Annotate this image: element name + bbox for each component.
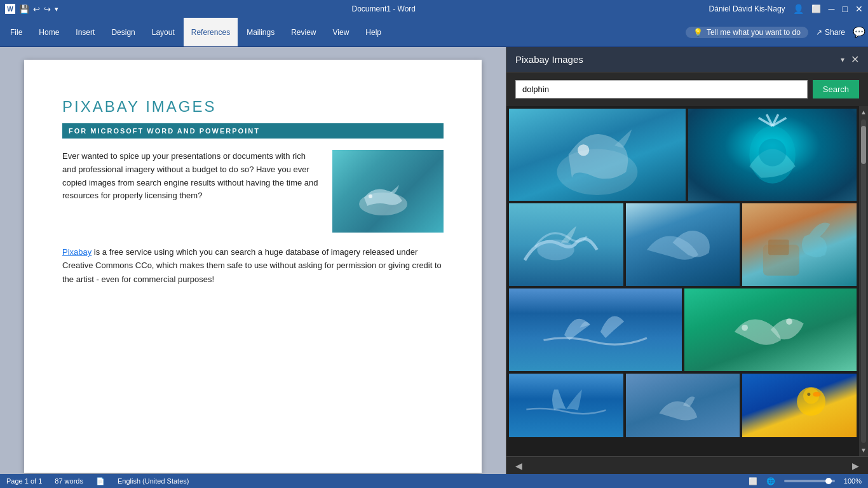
panel-nav-left[interactable]: ◀	[512, 461, 526, 471]
tab-layout[interactable]: Layout	[144, 18, 182, 46]
quick-save[interactable]: 💾	[19, 4, 29, 14]
dolphin-image-1[interactable]	[509, 109, 686, 201]
dolphin-image-8[interactable]	[509, 374, 623, 437]
ribbon-toggle-icon[interactable]: ⬜	[811, 4, 821, 13]
image-row-2	[509, 203, 857, 286]
panel-search-bar: Search	[506, 72, 868, 106]
close-icon[interactable]: ✕	[855, 4, 863, 14]
panel-nav-right[interactable]: ▶	[848, 461, 863, 471]
share-button[interactable]: ↗ Share	[816, 28, 845, 37]
panel-title: Pixabay Images	[515, 54, 583, 65]
ribbon-tabs: File Home Insert Design Layout Reference…	[3, 18, 389, 46]
word-count: 87 words	[55, 477, 83, 485]
tab-review[interactable]: Review	[283, 18, 323, 46]
panel-search-input[interactable]	[515, 80, 808, 98]
svg-rect-12	[768, 240, 789, 255]
image-row-4	[509, 374, 857, 437]
svg-point-13	[742, 325, 748, 331]
dolphin-img-svg-6	[509, 288, 682, 371]
doc-text-block: Ever wanted to spice up your presentatio…	[62, 150, 320, 233]
view-normal-icon[interactable]: ⬜	[749, 477, 757, 485]
view-web-icon[interactable]: 🌐	[766, 477, 775, 485]
doc-content-row: Ever wanted to spice up your presentatio…	[62, 150, 444, 233]
dolphin-image-9[interactable]	[626, 374, 740, 437]
doc-inline-image	[332, 150, 444, 233]
image-row-1	[509, 109, 857, 201]
panel-images-section: ▲ ▼	[506, 106, 868, 456]
dolphin-image-7[interactable]	[684, 288, 857, 371]
image-row-3	[509, 288, 857, 371]
doc-icon[interactable]: 📄	[96, 477, 105, 485]
svg-point-5	[759, 139, 787, 166]
dolphin-image-2[interactable]	[688, 109, 857, 201]
document-area: PIXABAY IMAGES FOR MICROSOFT WORD AND PO…	[0, 47, 506, 474]
dolphin-img-svg-9	[626, 374, 740, 437]
tell-me-input[interactable]: 💡 Tell me what you want to do	[686, 27, 808, 38]
document-page: PIXABAY IMAGES FOR MICROSOFT WORD AND PO…	[24, 60, 482, 473]
tab-insert[interactable]: Insert	[68, 18, 102, 46]
tab-references[interactable]: References	[184, 18, 238, 46]
panel-images-area[interactable]	[506, 106, 859, 456]
svg-point-3	[578, 144, 589, 156]
tab-file[interactable]: File	[3, 18, 30, 46]
tab-help[interactable]: Help	[358, 18, 389, 46]
tab-design[interactable]: Design	[104, 18, 142, 46]
tab-home[interactable]: Home	[31, 18, 67, 46]
minimize-icon[interactable]: ─	[829, 4, 835, 14]
dolphin-img-svg-2	[688, 109, 857, 201]
comment-icon[interactable]: 💬	[853, 26, 865, 38]
dolphin-img-svg-8	[509, 374, 623, 437]
tell-me-text: Tell me what you want to do	[707, 28, 801, 37]
main-area: PIXABAY IMAGES FOR MICROSOFT WORD AND PO…	[0, 47, 868, 474]
images-grid	[509, 109, 857, 437]
ribbon-right: 💡 Tell me what you want to do ↗ Share 💬	[686, 26, 865, 38]
zoom-slider[interactable]	[784, 480, 835, 482]
word-icon: W	[5, 4, 15, 14]
share-icon: ↗	[816, 28, 822, 37]
scroll-down-arrow[interactable]: ▼	[858, 444, 868, 456]
doc-subtitle-bar: FOR MICROSOFT WORD AND POWERPOINT	[62, 123, 444, 139]
titlebar-left: W 💾 ↩ ↪ ▾	[5, 4, 58, 14]
panel-header: Pixabay Images ▾ ✕	[506, 47, 868, 72]
doc-title: PIXABAY IMAGES	[62, 98, 444, 116]
scroll-up-arrow[interactable]: ▲	[858, 106, 868, 118]
dolphin-img-svg-3	[509, 203, 623, 286]
titlebar: W 💾 ↩ ↪ ▾ Document1 - Word Dániel Dávid …	[0, 0, 868, 18]
dolphin-image-4[interactable]	[626, 203, 740, 286]
dolphin-image-3[interactable]	[509, 203, 623, 286]
scroll-track[interactable]	[861, 119, 866, 443]
account-icon[interactable]: 👤	[793, 4, 804, 14]
panel-header-right: ▾ ✕	[841, 53, 859, 65]
lightbulb-icon: 💡	[693, 28, 703, 37]
panel-search-button[interactable]: Search	[813, 80, 859, 98]
dolphin-image-10[interactable]	[742, 374, 857, 437]
panel-scrollbar[interactable]: ▲ ▼	[859, 106, 868, 456]
zoom-thumb	[825, 478, 832, 484]
svg-point-10	[537, 240, 574, 261]
user-name: Dániel Dávid Kis-Nagy	[709, 4, 785, 13]
dolphin-img-svg-4	[626, 203, 740, 286]
svg-point-14	[786, 318, 792, 325]
tab-mailings[interactable]: Mailings	[239, 18, 282, 46]
zoom-level: 100%	[844, 477, 862, 485]
dolphin-img-svg-1	[509, 109, 686, 201]
panel-close-button[interactable]: ✕	[851, 53, 859, 65]
doc-paragraph2-rest: is a free service using which you can se…	[62, 247, 442, 284]
statusbar-right: ⬜ 🌐 100%	[749, 477, 862, 485]
pixabay-panel: Pixabay Images ▾ ✕ Search	[506, 47, 868, 474]
redo-icon[interactable]: ↪	[44, 4, 51, 14]
rubber-duck-svg	[742, 374, 857, 437]
undo-icon[interactable]: ↩	[33, 4, 40, 14]
pixabay-link[interactable]: Pixabay	[62, 247, 92, 257]
tab-view[interactable]: View	[325, 18, 357, 46]
dolphin-image-6[interactable]	[509, 288, 682, 371]
svg-point-17	[813, 392, 821, 397]
maximize-icon[interactable]: □	[843, 4, 848, 14]
dolphin-img-svg-7	[684, 288, 857, 371]
dolphin-image-5[interactable]	[742, 203, 857, 286]
page-info: Page 1 of 1	[6, 477, 42, 485]
scroll-thumb[interactable]	[861, 126, 866, 164]
share-label: Share	[825, 28, 845, 37]
panel-dropdown-icon[interactable]: ▾	[841, 55, 844, 64]
svg-point-1	[369, 194, 372, 198]
